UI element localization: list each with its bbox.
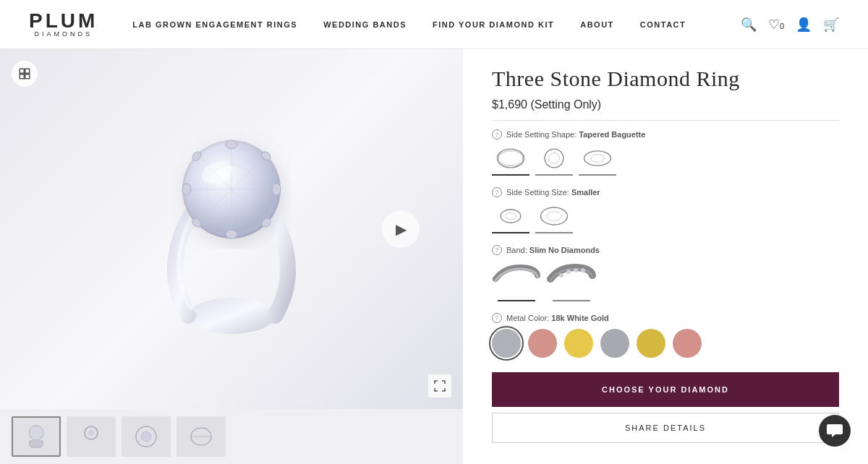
svg-point-14 [226, 230, 237, 239]
site-header: PLUM DIAMONDS Lab Grown Engagement Rings… [0, 0, 868, 49]
product-details: Three Stone Diamond Ring $1,690 (Setting… [463, 49, 868, 464]
side-setting-shape-label: ? Side Setting Shape: Tapered Baguette [492, 129, 839, 139]
svg-rect-0 [20, 69, 24, 73]
search-icon[interactable]: 🔍 [741, 17, 757, 33]
side-setting-shape-option: ? Side Setting Shape: Tapered Baguette [492, 129, 839, 176]
side-setting-size-label: ? Side Setting Size: Smaller [492, 187, 839, 197]
side-setting-shape-value: Tapered Baguette [579, 130, 645, 139]
svg-point-13 [226, 140, 237, 149]
band-option: ? Band: Slim No Diamonds [492, 245, 839, 301]
choice-larger[interactable] [535, 203, 573, 233]
ring-image [80, 77, 383, 381]
band-label: ? Band: Slim No Diamonds [492, 245, 839, 255]
ar-badge[interactable] [12, 61, 38, 87]
logo[interactable]: PLUM DIAMONDS [29, 11, 98, 38]
metal-color-value: 18k White Gold [551, 314, 608, 322]
choice-tapered-baguette[interactable] [492, 145, 529, 176]
cart-icon[interactable]: 🛒 [823, 17, 839, 33]
wishlist-count: 0 [780, 22, 784, 30]
svg-point-37 [559, 273, 563, 278]
nav-wedding-bands[interactable]: Wedding Bands [323, 20, 407, 29]
metal-color-label: ? Metal Color: 18k White Gold [492, 313, 839, 323]
side-setting-shape-info-icon[interactable]: ? [492, 129, 502, 139]
side-setting-size-info-icon[interactable]: ? [492, 187, 502, 197]
svg-rect-3 [25, 74, 30, 79]
choice-pave-band[interactable] [547, 261, 596, 301]
thumbnail-1[interactable] [12, 416, 61, 457]
band-value: Slim No Diamonds [529, 246, 600, 254]
metal-color-swatches [492, 329, 839, 358]
choice-underline-oval [579, 174, 616, 176]
nav-contact[interactable]: Contact [640, 20, 686, 29]
thumbnail-strip [0, 409, 463, 464]
nav-about[interactable]: About [580, 20, 614, 29]
svg-point-35 [541, 207, 568, 225]
svg-point-30 [549, 153, 560, 164]
svg-point-15 [182, 184, 191, 195]
thumbnail-3[interactable] [122, 416, 171, 457]
price-divider [492, 120, 839, 121]
side-setting-size-choices [492, 203, 839, 233]
svg-rect-1 [25, 69, 30, 73]
choice-round[interactable] [535, 145, 573, 176]
choice-underline-round [535, 174, 573, 176]
svg-point-34 [506, 212, 516, 219]
svg-point-29 [545, 149, 563, 168]
svg-point-4 [188, 298, 275, 334]
main-content: ▶ [0, 49, 868, 464]
play-button[interactable]: ▶ [382, 210, 420, 248]
main-nav: Lab Grown Engagement Rings Wedding Bands… [132, 20, 741, 29]
svg-point-28 [498, 149, 524, 168]
choose-diamond-button[interactable]: Choose Your Diamond [492, 372, 839, 407]
svg-point-16 [272, 184, 281, 195]
svg-point-25 [141, 431, 151, 442]
thumbnail-2[interactable] [67, 416, 116, 457]
wishlist-icon[interactable]: ♡0 [768, 17, 784, 33]
product-image-section: ▶ [0, 49, 463, 464]
choice-oval[interactable] [579, 145, 616, 176]
svg-point-23 [88, 430, 94, 436]
svg-rect-2 [20, 74, 24, 79]
cta-section: Choose Your Diamond Share Details [492, 372, 839, 443]
share-details-button[interactable]: Share Details [492, 413, 839, 443]
choice-slim-band[interactable] [492, 261, 541, 301]
band-choices [492, 261, 839, 301]
side-setting-size-value: Smaller [571, 188, 600, 197]
svg-point-36 [547, 212, 561, 221]
thumbnail-4[interactable] [176, 416, 226, 457]
metal-color-option: ? Metal Color: 18k White Gold [492, 313, 839, 358]
choice-underline-pave [553, 300, 590, 301]
swatch-yellow-gold-18k[interactable] [564, 329, 593, 358]
expand-button[interactable] [428, 374, 451, 398]
swatch-yellow-gold-14k[interactable] [637, 329, 665, 358]
logo-diamonds: DIAMONDS [29, 31, 98, 38]
nav-lab-grown[interactable]: Lab Grown Engagement Rings [132, 20, 297, 29]
choice-underline-larger [535, 232, 573, 233]
band-info-icon[interactable]: ? [492, 245, 502, 255]
side-setting-size-option: ? Side Setting Size: Smaller [492, 187, 839, 233]
svg-point-31 [584, 151, 611, 166]
header-icons: 🔍 ♡0 👤 🛒 [741, 17, 839, 33]
svg-point-21 [29, 426, 43, 440]
swatch-rose-gold-18k[interactable] [528, 329, 557, 358]
svg-point-33 [501, 210, 521, 223]
chat-bubble[interactable] [819, 415, 851, 447]
product-image-container: ▶ [0, 49, 463, 409]
side-setting-shape-choices [492, 145, 839, 176]
choice-underline-smaller [492, 232, 529, 233]
nav-find-diamond-kit[interactable]: Find Your Diamond Kit [433, 20, 554, 29]
choice-underline-baguette [492, 174, 529, 176]
swatch-platinum[interactable] [600, 329, 629, 358]
choice-smaller[interactable] [492, 203, 529, 233]
metal-color-info-icon[interactable]: ? [492, 313, 502, 323]
product-title: Three Stone Diamond Ring [492, 66, 839, 91]
swatch-white-gold-18k[interactable] [492, 329, 521, 358]
swatch-rose-gold-14k[interactable] [673, 329, 702, 358]
choice-underline-slim [498, 300, 535, 301]
logo-plum: PLUM [29, 11, 98, 31]
svg-point-32 [591, 154, 604, 162]
product-price: $1,690 (Setting Only) [492, 98, 839, 111]
account-icon[interactable]: 👤 [796, 17, 812, 33]
